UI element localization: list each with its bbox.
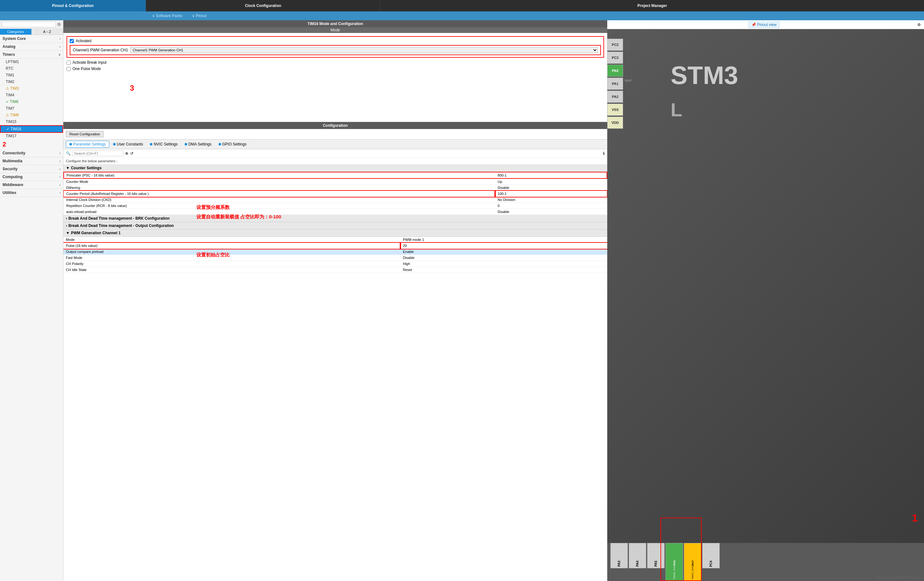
chevron-right-icon: › [59, 175, 61, 179]
sidebar-item-utilities[interactable]: Utilities › [0, 189, 63, 197]
table-row: auto-reload preload Disable [64, 209, 607, 215]
tab-dma-settings[interactable]: DMA Settings [182, 141, 215, 148]
pwm-gen-ch1-header[interactable]: ▼ PWM Generation Channel 1 [63, 230, 607, 237]
pinout-header: 📌 Pinout view ⚙ [607, 20, 924, 29]
header-pinout[interactable]: Pinout & Configuration [0, 0, 146, 12]
pin-pa4[interactable]: PA4 [629, 543, 646, 568]
table-row: Mode PWM mode 1 [63, 237, 607, 243]
mode-body: Activated Channel1 PWM Generation CH1 Ch… [63, 33, 607, 122]
chevron-right-icon: › [59, 37, 61, 41]
activated-wrapper: Activated Channel1 PWM Generation CH1 Ch… [66, 36, 604, 58]
config-search-bar: 🔍 ⊕ ↺ ℹ [63, 149, 607, 158]
left-pin-column: PC2 PC3 PA0 PA1 PA2 VSS VDD [607, 39, 623, 129]
sidebar-item-connectivity[interactable]: Connectivity › [0, 149, 63, 157]
config-toolbar: Reset Configuration [63, 129, 607, 139]
search-input[interactable] [2, 22, 56, 27]
sidebar-item-middleware[interactable]: Middleware › [0, 181, 63, 189]
sidebar-item-tim2[interactable]: TIM2 [0, 79, 63, 85]
pin-pa1[interactable]: PA1 [607, 78, 623, 90]
reset-config-button[interactable]: Reset Configuration [66, 131, 104, 137]
sidebar-item-security[interactable]: Security › [0, 165, 63, 173]
pinout-view-button[interactable]: 📌 Pinout view [749, 22, 780, 28]
tab-dot [113, 143, 116, 146]
channel-select[interactable]: Channel1 PWM Generation CH1 [130, 47, 598, 53]
table-row: Repetition Counter (RCR - 8 bits value) … [64, 203, 607, 209]
refresh-icon[interactable]: ↺ [130, 151, 134, 156]
sidebar-item-tim6[interactable]: ✓ TIM6 [0, 99, 63, 105]
sidebar-item-analog[interactable]: Analog › [0, 43, 63, 51]
config-body: Reset Configuration Parameter Settings U… [63, 129, 607, 581]
pin-pa3[interactable]: PA3 [610, 543, 628, 568]
config-section: Configuration Reset Configuration Parame… [63, 122, 607, 581]
sidebar: ⚙ Categories A→Z System Core › Analog › … [0, 20, 63, 581]
table-row: CH Polarity High [63, 261, 607, 267]
pin-pc3[interactable]: PC3 [607, 52, 623, 64]
pin-pc4[interactable]: PC4 [702, 543, 720, 568]
break-dead-brk-header[interactable]: › Break And Dead Time management - BRK C… [63, 215, 607, 222]
sidebar-item-system-core[interactable]: System Core › [0, 35, 63, 43]
tab-nvic-settings[interactable]: NVIC Settings [147, 141, 181, 148]
tab-user-constants[interactable]: User Constants [110, 141, 146, 148]
param-search-input[interactable] [73, 151, 123, 156]
collapse-icon: ▼ [66, 166, 70, 170]
break-input-checkbox[interactable] [66, 61, 71, 65]
counter-settings-table: Prescaler (PSC - 16 bits value) 800-1 Co… [63, 172, 607, 215]
sidebar-item-tim1[interactable]: TIM1 [0, 72, 63, 79]
counter-settings-header[interactable]: ▼ Counter Settings [63, 164, 607, 172]
sidebar-item-computing[interactable]: Computing › [0, 173, 63, 181]
channel-label: Channel1 PWM Generation CH1 [73, 48, 128, 52]
table-row: Pulse (16 bits value) 20 [63, 243, 607, 249]
table-row: Dithering Disable [64, 185, 607, 191]
pin-pa2[interactable]: PA2 [607, 91, 623, 103]
chip-background [607, 29, 924, 581]
pin-pa5[interactable]: PA5 [647, 543, 665, 568]
software-packs-menu[interactable]: ∨ Software Packs [152, 13, 182, 18]
sidebar-item-timers[interactable]: Timers ∨ [0, 51, 63, 59]
tab-az[interactable]: A→Z [32, 29, 63, 35]
header-clock[interactable]: Clock Configuration [146, 0, 380, 12]
config-title: Configuration [63, 122, 607, 129]
sidebar-item-multimedia[interactable]: Multimedia › [0, 157, 63, 165]
sidebar-item-tim16[interactable]: ✓ TIM16 [0, 125, 63, 133]
pin-pa7[interactable]: PA7 TIM17_CH1 [684, 543, 701, 581]
mode-subtitle: Mode [63, 27, 607, 33]
activated-checkbox[interactable] [70, 39, 74, 43]
mode-section: TIM16 Mode and Configuration Mode Activa… [63, 20, 607, 122]
pin-connector-pa0 [624, 93, 627, 96]
sidebar-item-tim3[interactable]: ⚠ TIM3 [0, 85, 63, 92]
settings-icon[interactable]: ⚙ [57, 22, 61, 27]
sidebar-item-rtc[interactable]: RTC [0, 65, 63, 72]
pin-pc2[interactable]: PC2 [607, 39, 623, 51]
sidebar-item-tim8[interactable]: ⚠ TIM8 [0, 112, 63, 119]
sidebar-item-tim4[interactable]: TIM4 [0, 92, 63, 99]
config-tabs: Parameter Settings User Constants NVIC S… [63, 139, 607, 149]
pin-pa6[interactable]: PA6 TIM16_CH1 [665, 543, 683, 581]
sidebar-item-tim17[interactable]: TIM17 [0, 133, 63, 139]
sidebar-item-lptim1[interactable]: LPTIM1 [0, 59, 63, 65]
annotation-1: 1 [912, 512, 917, 524]
pin-vss[interactable]: VSS [607, 104, 623, 116]
sidebar-item-tim7[interactable]: TIM7 [0, 105, 63, 112]
configure-label: Configure the below parameters : [63, 158, 607, 164]
table-row: Counter Period (AutoReload Register - 16… [64, 191, 607, 197]
sidebar-item-tim15[interactable]: TIM15 [0, 119, 63, 125]
copy-icon[interactable]: ⊕ [125, 151, 128, 156]
tab-categories[interactable]: Categories [0, 29, 32, 35]
header-project[interactable]: Project Manager [380, 0, 924, 12]
pwm-gen-ch1-table: Mode PWM mode 1 Pulse (16 bits value) 20… [63, 237, 607, 273]
pin-vdd[interactable]: VDD [607, 117, 623, 129]
table-row: Output compare preload Enable [63, 249, 607, 255]
tab-gpio-settings[interactable]: GPIO Settings [215, 141, 250, 148]
pinout-menu[interactable]: ∨ Pinout [192, 13, 206, 18]
right-panel: 📌 Pinout view ⚙ PC2 PC3 PA0 PA1 PA2 VSS … [607, 20, 924, 581]
chevron-right-icon: › [59, 159, 61, 163]
pin-pa0[interactable]: PA0 [607, 65, 623, 77]
tab-parameter-settings[interactable]: Parameter Settings [66, 141, 109, 148]
activated-checkbox-row: Activated [70, 39, 601, 43]
chevron-right-icon: › [59, 183, 61, 187]
stm-label: STM3 [671, 61, 738, 90]
one-pulse-checkbox[interactable] [66, 67, 71, 71]
break-dead-output-header[interactable]: › Break And Dead Time management - Outpu… [63, 222, 607, 230]
pin-connector-pc3 [624, 55, 627, 58]
table-row: Prescaler (PSC - 16 bits value) 800-1 [64, 172, 607, 179]
